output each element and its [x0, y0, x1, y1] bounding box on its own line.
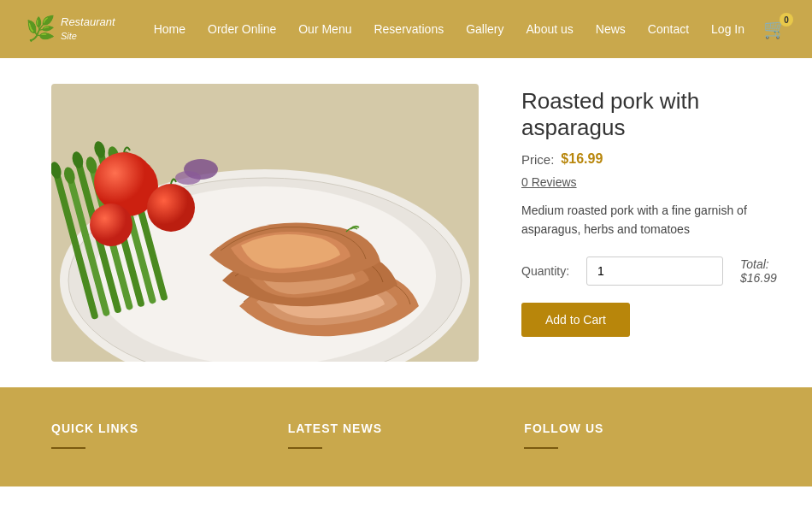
- quantity-label: Quantity:: [521, 264, 569, 278]
- follow-us-heading: FOLLOW US: [524, 422, 761, 435]
- price-label: Price:: [521, 152, 554, 167]
- cart-button[interactable]: 🛒 0: [763, 18, 786, 40]
- logo-leaf-icon: 🌿: [26, 17, 56, 41]
- quantity-section: Quantity: Total: $16.99: [521, 256, 777, 286]
- nav-gallery[interactable]: Gallery: [456, 22, 514, 36]
- product-details: Roasted pork with asparagus Price: $16.9…: [521, 84, 777, 337]
- nav-reservations[interactable]: Reservations: [363, 22, 454, 36]
- main-content: Roasted pork with asparagus Price: $16.9…: [0, 58, 812, 387]
- svg-point-22: [175, 171, 201, 185]
- latest-news-heading: LATEST NEWS: [288, 422, 525, 435]
- nav-home[interactable]: Home: [144, 22, 196, 36]
- quick-links-heading: QUICK LINKS: [51, 422, 288, 435]
- add-to-cart-button[interactable]: Add to Cart: [521, 303, 630, 337]
- total-text: Total: $16.99: [740, 257, 777, 285]
- footer-quick-links: QUICK LINKS: [51, 422, 288, 461]
- product-title: Roasted pork with asparagus: [521, 88, 777, 141]
- site-header: 🌿 Restaurant Site Home Order Online Our …: [0, 0, 812, 58]
- latest-news-underline: [288, 447, 322, 449]
- svg-point-18: [94, 152, 154, 212]
- svg-point-19: [147, 184, 195, 232]
- product-description: Medium roasted pork with a fine garnish …: [521, 201, 777, 239]
- site-footer: QUICK LINKS LATEST NEWS FOLLOW US: [0, 387, 812, 486]
- reviews-link[interactable]: 0 Reviews: [521, 175, 777, 189]
- nav-news[interactable]: News: [585, 22, 636, 36]
- nav-contact[interactable]: Contact: [638, 22, 699, 36]
- footer-latest-news: LATEST NEWS: [288, 422, 525, 461]
- nav-about-us[interactable]: About us: [516, 22, 584, 36]
- follow-us-underline: [524, 447, 558, 449]
- svg-point-10: [51, 161, 63, 180]
- cart-count-badge: 0: [780, 13, 793, 27]
- logo[interactable]: 🌿 Restaurant Site: [26, 15, 115, 42]
- nav-order-online[interactable]: Order Online: [197, 22, 286, 36]
- svg-point-20: [90, 203, 132, 246]
- footer-follow-us: FOLLOW US: [524, 422, 761, 461]
- logo-text: Restaurant Site: [61, 15, 115, 42]
- quick-links-underline: [51, 447, 85, 449]
- main-nav: Home Order Online Our Menu Reservations …: [144, 22, 755, 36]
- price-value: $16.99: [561, 151, 603, 167]
- product-image: [51, 84, 479, 362]
- price-section: Price: $16.99: [521, 151, 777, 167]
- nav-our-menu[interactable]: Our Menu: [288, 22, 362, 36]
- nav-login[interactable]: Log In: [701, 22, 755, 36]
- quantity-input[interactable]: [586, 256, 723, 286]
